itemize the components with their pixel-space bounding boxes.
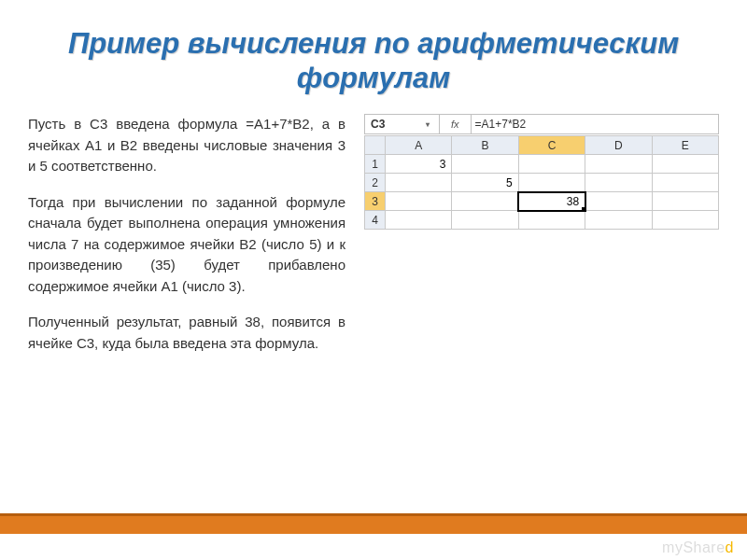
row-header-4[interactable]: 4	[365, 211, 386, 230]
cell-E1[interactable]	[652, 155, 718, 174]
col-header-E[interactable]: E	[652, 136, 718, 155]
formula-bar-buttons: fx	[440, 115, 472, 133]
footer-bar	[0, 513, 747, 534]
paragraph-1: Пусть в C3 введена формула =A1+7*B2, а в…	[28, 114, 345, 177]
fx-icon[interactable]: fx	[445, 119, 465, 130]
cell-A1[interactable]: 3	[386, 155, 452, 174]
cell-A4[interactable]	[386, 211, 452, 230]
cell-E2[interactable]	[652, 174, 718, 192]
name-box-value: C3	[371, 118, 385, 131]
col-header-A[interactable]: A	[386, 136, 452, 155]
col-header-C[interactable]: C	[518, 136, 585, 155]
cell-C1[interactable]	[518, 155, 585, 174]
cell-B1[interactable]	[452, 155, 518, 174]
cell-B4[interactable]	[452, 211, 518, 230]
formula-bar: C3 ▾ fx =A1+7*B2	[364, 114, 719, 134]
cell-D1[interactable]	[585, 155, 652, 174]
row-header-3[interactable]: 3	[365, 192, 386, 211]
watermark-text: myShare	[662, 539, 726, 555]
cell-C2[interactable]	[518, 174, 585, 192]
name-box-dropdown-icon[interactable]: ▾	[426, 120, 433, 129]
name-box[interactable]: C3 ▾	[365, 115, 440, 133]
cell-E4[interactable]	[652, 211, 718, 230]
cell-B2[interactable]: 5	[452, 174, 518, 192]
row-header-2[interactable]: 2	[365, 174, 386, 192]
watermark-accent: d	[726, 539, 734, 555]
cell-A3[interactable]	[386, 192, 452, 211]
corner-cell[interactable]	[365, 136, 386, 155]
cell-A2[interactable]	[386, 174, 452, 192]
cell-C3[interactable]: 38	[518, 192, 585, 211]
cell-D2[interactable]	[585, 174, 652, 192]
formula-bar-input[interactable]: =A1+7*B2	[472, 118, 530, 131]
col-header-D[interactable]: D	[585, 136, 652, 155]
cell-D4[interactable]	[585, 211, 652, 230]
cell-E3[interactable]	[652, 192, 718, 211]
cell-D3[interactable]	[585, 192, 652, 211]
paragraph-2: Тогда при вычислении по заданной формуле…	[28, 192, 345, 298]
slide-title: Пример вычисления по арифметическим форм…	[0, 0, 747, 105]
spreadsheet-column: C3 ▾ fx =A1+7*B2 A B C D E	[364, 114, 719, 369]
col-header-B[interactable]: B	[452, 136, 518, 155]
text-column: Пусть в C3 введена формула =A1+7*B2, а в…	[28, 114, 345, 369]
watermark: myShared	[662, 539, 734, 556]
row-header-1[interactable]: 1	[365, 155, 386, 174]
spreadsheet-grid: A B C D E 1 3 2	[364, 135, 719, 230]
paragraph-3: Полученный результат, равный 38, появитс…	[28, 312, 345, 354]
cell-B3[interactable]	[452, 192, 518, 211]
cell-C4[interactable]	[518, 211, 585, 230]
content-area: Пусть в C3 введена формула =A1+7*B2, а в…	[0, 105, 747, 369]
